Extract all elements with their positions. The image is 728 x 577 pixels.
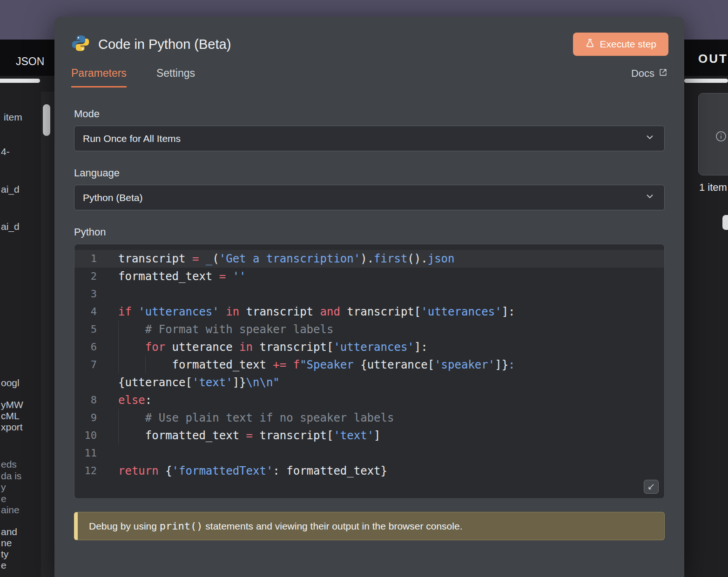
expand-editor-button[interactable] — [644, 480, 659, 494]
tab-json[interactable]: JSON — [16, 55, 44, 68]
code-text: # Use plain text if no speaker labels — [97, 409, 394, 427]
code-text: transcript = _('Get a transcription').fi… — [97, 250, 455, 268]
line-number — [74, 374, 97, 391]
notice-text-before: Debug by using — [89, 521, 160, 531]
json-text-fragment: ty — [1, 549, 8, 560]
language-select-value: Python (Beta) — [83, 192, 142, 203]
code-text: formatted_text += f"Speaker {utterance['… — [97, 356, 515, 374]
tab-settings[interactable]: Settings — [156, 67, 195, 87]
code-text — [97, 444, 118, 462]
json-text-fragment: yMW — [1, 399, 23, 410]
code-text: formatted_text = transcript['text'] — [97, 427, 381, 444]
line-number: 8 — [74, 391, 97, 409]
execute-step-button[interactable]: Execute step — [573, 33, 668, 56]
horizontal-scrollbar[interactable] — [0, 79, 40, 83]
code-lines: 1transcript = _('Get a transcription').f… — [74, 250, 664, 480]
code-line[interactable]: 7formatted_text += f"Speaker {utterance[… — [74, 356, 664, 374]
modal-header: Code in Python (Beta) Execute step — [54, 17, 684, 56]
code-editor[interactable]: 1transcript = _('Get a transcription').f… — [74, 244, 665, 499]
json-text-fragment: xport — [1, 422, 23, 433]
code-text: formatted_text = '' — [97, 268, 246, 285]
json-text-fragment: 4- — [1, 146, 10, 157]
output-panel-header: OUT — [684, 40, 728, 76]
line-number: 6 — [74, 338, 97, 356]
code-line[interactable]: 8else: — [74, 391, 664, 409]
vertical-scrollbar[interactable] — [43, 104, 50, 136]
mode-select[interactable]: Run Once for All Items — [74, 126, 665, 151]
line-number: 10 — [74, 427, 97, 444]
json-text-fragment: e — [1, 560, 7, 571]
tab-parameters[interactable]: Parameters — [71, 67, 127, 87]
scrollbar-track — [41, 92, 54, 577]
json-text-fragment: item — [4, 112, 22, 123]
mode-label: Mode — [74, 108, 665, 120]
line-number: 9 — [74, 409, 97, 427]
parameters-panel: Mode Run Once for All Items Language Pyt… — [54, 87, 684, 559]
line-number: 11 — [74, 444, 97, 462]
chevron-down-icon — [645, 132, 655, 145]
json-text-fragment: e — [1, 493, 7, 504]
chevron-down-icon — [645, 191, 655, 204]
json-text-fragment: ne — [1, 537, 12, 549]
debug-notice: Debug by using print() statements and vi… — [74, 512, 665, 540]
json-text-fragment: eds — [1, 459, 17, 470]
output-card — [698, 93, 728, 175]
output-panel-title: OUT — [698, 52, 728, 66]
code-text: {utterance['text']}\n\n" — [97, 374, 280, 391]
json-text-fragment: and — [1, 526, 17, 537]
line-number: 2 — [74, 268, 97, 285]
modal-tabbar: Parameters Settings Docs — [54, 67, 684, 87]
execute-step-label: Execute step — [600, 39, 656, 50]
code-text: # Format with speaker labels — [97, 321, 333, 338]
code-line[interactable]: 2formatted_text = '' — [74, 268, 664, 285]
line-number: 4 — [74, 303, 97, 321]
code-line[interactable]: 10formatted_text = transcript['text'] — [74, 427, 664, 444]
mode-select-value: Run Once for All Items — [83, 133, 181, 144]
json-text-fragment: oogl — [1, 377, 20, 389]
line-number: 7 — [74, 356, 97, 374]
json-text-fragment: ai_d — [1, 184, 20, 195]
output-item-count: 1 item — [699, 181, 727, 194]
notice-text-after: statements and viewing their output in t… — [203, 521, 463, 531]
code-line[interactable]: 11 — [74, 444, 664, 462]
code-text — [97, 285, 118, 303]
external-link-icon — [659, 67, 667, 80]
code-line[interactable]: 3 — [74, 285, 664, 303]
notice-code: print() — [160, 520, 203, 532]
flask-icon — [585, 38, 595, 50]
modal-title: Code in Python (Beta) — [98, 37, 231, 52]
code-text: return {'formattedText': formatted_text} — [97, 462, 387, 480]
code-text: for utterance in transcript['utterances'… — [97, 338, 428, 356]
vertical-scrollbar[interactable] — [722, 215, 728, 230]
docs-link[interactable]: Docs — [631, 67, 667, 87]
code-line[interactable]: 6for utterance in transcript['utterances… — [74, 338, 664, 356]
horizontal-scrollbar[interactable] — [684, 79, 728, 83]
line-number: 3 — [74, 285, 97, 303]
info-icon — [715, 131, 727, 144]
language-label: Language — [74, 167, 665, 179]
code-line[interactable]: 1transcript = _('Get a transcription').f… — [74, 250, 664, 268]
code-line[interactable]: 4if 'utterances' in transcript and trans… — [74, 303, 664, 321]
json-text-fragment: aine — [1, 504, 20, 516]
input-panel-background: JSON item4-ai_dai_dooglyMWcMLxportedsda … — [0, 40, 54, 577]
code-line[interactable]: 12return {'formattedText': formatted_tex… — [74, 462, 664, 480]
code-line[interactable]: {utterance['text']}\n\n" — [74, 374, 664, 391]
language-select[interactable]: Python (Beta) — [74, 185, 665, 210]
json-text-fragment: ai_d — [1, 221, 20, 232]
line-number: 12 — [74, 462, 97, 480]
code-text: if 'utterances' in transcript and transc… — [97, 303, 515, 321]
code-node-modal: Code in Python (Beta) Execute step Param… — [54, 17, 684, 577]
line-number: 1 — [74, 250, 97, 268]
json-text-fragment: cML — [1, 410, 20, 422]
json-text-fragment: da is — [1, 470, 21, 482]
output-panel-background: OUT 1 item — [684, 40, 728, 577]
code-line[interactable]: 5# Format with speaker labels — [74, 321, 664, 338]
python-code-label: Python — [74, 226, 665, 238]
python-logo-icon — [71, 34, 90, 54]
docs-label: Docs — [631, 67, 654, 80]
code-text: else: — [97, 391, 152, 409]
code-line[interactable]: 9# Use plain text if no speaker labels — [74, 409, 664, 427]
line-number: 5 — [74, 321, 97, 338]
json-text-fragment: y — [1, 482, 6, 493]
